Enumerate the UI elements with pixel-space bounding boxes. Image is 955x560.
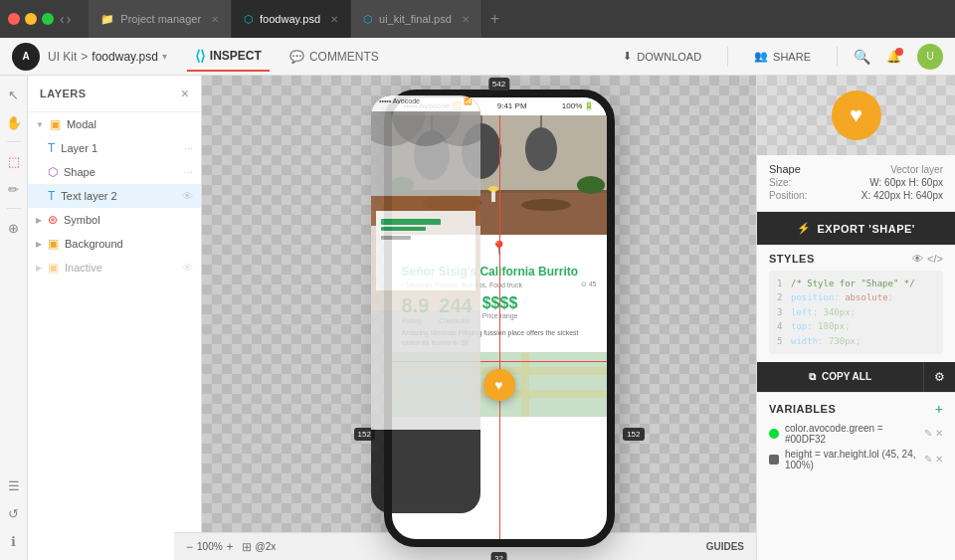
pen-tool[interactable]: ✏ bbox=[3, 178, 25, 200]
tab-close-icon[interactable]: ✕ bbox=[211, 14, 219, 25]
retina-selector[interactable]: ⊞ @2x bbox=[242, 540, 277, 554]
text-layer-icon: T bbox=[48, 189, 55, 203]
tab-close-icon[interactable]: ✕ bbox=[330, 14, 338, 25]
back-arrow[interactable]: ‹ bbox=[60, 11, 65, 27]
close-layers-button[interactable]: × bbox=[181, 86, 189, 101]
chevron-down-icon: ▼ bbox=[36, 120, 44, 129]
search-button[interactable]: 🔍 bbox=[854, 49, 870, 65]
folder-icon: ▣ bbox=[50, 117, 61, 131]
zoom-value: 100% bbox=[197, 541, 223, 552]
secondary-status-left: ••••• Avocode bbox=[379, 97, 420, 109]
layer-item-shape[interactable]: ⬡ Shape ··· bbox=[28, 160, 201, 184]
grid-icon: ⊞ bbox=[242, 540, 252, 554]
code-content: width: 730px; bbox=[791, 334, 860, 348]
tab-project-manager[interactable]: 📁 Project manager ✕ bbox=[89, 0, 232, 38]
inspect-icon: ⟨⟩ bbox=[195, 48, 205, 64]
forward-arrow[interactable]: › bbox=[67, 11, 72, 27]
select-tool[interactable]: ⬚ bbox=[3, 150, 25, 172]
layer-name: Shape bbox=[64, 166, 178, 178]
code-styles-button[interactable]: </> bbox=[927, 253, 943, 265]
psd-icon: ⬡ bbox=[244, 13, 254, 26]
inspect-tab-button[interactable]: ⟨⟩ INSPECT bbox=[187, 42, 270, 72]
zoom-in-button[interactable]: + bbox=[227, 540, 234, 554]
delete-variable-button[interactable]: ✕ bbox=[935, 454, 943, 465]
layers-title: LAYERS bbox=[40, 88, 87, 99]
styles-label: STYLES bbox=[769, 253, 815, 265]
tools-separator bbox=[7, 141, 21, 142]
info-tool[interactable]: ℹ bbox=[3, 530, 25, 552]
pointer-tool[interactable]: ↖ bbox=[3, 84, 25, 105]
title-bar: ‹ › 📁 Project manager ✕ ⬡ foodway.psd ✕ … bbox=[0, 0, 955, 38]
export-shape-button[interactable]: ⚡ EXPORT 'SHAPE' bbox=[757, 212, 955, 245]
shape-heart-preview: ♥ bbox=[832, 91, 881, 140]
add-tab-button[interactable]: + bbox=[482, 10, 507, 28]
traffic-lights[interactable] bbox=[8, 13, 54, 25]
layer-item-symbol[interactable]: ▶ ⊛ Symbol bbox=[28, 208, 201, 232]
layer-item-background[interactable]: ▶ ▣ Background bbox=[28, 232, 201, 256]
svg-point-22 bbox=[488, 186, 498, 192]
tools-separator-2 bbox=[7, 208, 21, 209]
breadcrumb-current: foodway.psd bbox=[92, 50, 158, 64]
code-line-2: 2 position: absolute; bbox=[777, 290, 935, 304]
hand-tool[interactable]: ✋ bbox=[3, 111, 25, 133]
layer-icon: T bbox=[48, 141, 55, 155]
shape-label: Shape bbox=[769, 163, 801, 175]
tab-label: foodway.psd bbox=[260, 13, 320, 25]
shape-icon: ⬡ bbox=[48, 165, 58, 179]
edit-variable-button[interactable]: ✎ bbox=[924, 454, 932, 465]
eye-styles-button[interactable]: 👁 bbox=[912, 253, 923, 265]
history-tool[interactable]: ↺ bbox=[3, 502, 25, 524]
layer-item-text-layer2[interactable]: T Text layer 2 👁 bbox=[28, 184, 201, 208]
price-label: Price range bbox=[482, 312, 518, 319]
variable-item-color: color.avocode.green = #00DF32 ✎ ✕ bbox=[769, 423, 943, 445]
inspect-tab-group: ⟨⟩ INSPECT 💬 COMMENTS bbox=[187, 42, 387, 72]
share-icon: 👥 bbox=[754, 50, 768, 63]
position-label: Position: bbox=[769, 190, 807, 201]
shape-type: Vector layer bbox=[890, 164, 943, 175]
favorite-button[interactable]: ♥ bbox=[483, 369, 515, 401]
zoom-out-button[interactable]: − bbox=[186, 540, 193, 554]
close-button[interactable] bbox=[8, 13, 20, 25]
edit-variable-button[interactable]: ✎ bbox=[924, 428, 932, 439]
tab-ui-kit-final[interactable]: ⬡ ui_kit_final.psd ✕ bbox=[351, 0, 482, 38]
measure-tool[interactable]: ⊕ bbox=[3, 217, 25, 239]
layer-name: Symbol bbox=[64, 214, 193, 226]
avatar[interactable]: U bbox=[917, 44, 943, 70]
layer-item-inactive[interactable]: ▶ ▣ Inactive 👁 bbox=[28, 256, 201, 280]
breadcrumb-root[interactable]: UI Kit bbox=[48, 50, 77, 64]
tab-foodway-psd[interactable]: ⬡ foodway.psd ✕ bbox=[232, 0, 351, 38]
properties-panel: ♥ Shape Vector layer Size: W: 60px H: 60… bbox=[756, 76, 955, 560]
layers-tool[interactable]: ☰ bbox=[3, 474, 25, 496]
guides-button[interactable]: GUIDES bbox=[706, 541, 744, 552]
settings-button[interactable]: ⚙ bbox=[923, 362, 955, 392]
layer-item-layer1[interactable]: T Layer 1 ··· bbox=[28, 136, 201, 160]
toolbar: A UI Kit > foodway.psd ▾ ⟨⟩ INSPECT 💬 CO… bbox=[0, 38, 955, 76]
comments-tab-button[interactable]: 💬 COMMENTS bbox=[282, 44, 387, 70]
eye-icon[interactable]: 👁 bbox=[182, 190, 193, 202]
copy-all-button[interactable]: ⧉ COPY ALL bbox=[757, 362, 923, 392]
toolbar-divider-2 bbox=[837, 47, 838, 67]
download-label: DOWNLOAD bbox=[637, 51, 701, 63]
download-button[interactable]: ⬇ DOWNLOAD bbox=[613, 46, 711, 67]
more-icon[interactable]: ··· bbox=[184, 166, 193, 178]
share-button[interactable]: 👥 SHARE bbox=[744, 46, 821, 67]
delete-variable-button[interactable]: ✕ bbox=[935, 428, 943, 439]
notifications-button[interactable]: 🔔 bbox=[886, 50, 901, 64]
variable-name: color.avocode.green = #00DF32 bbox=[785, 423, 918, 445]
svg-point-24 bbox=[577, 176, 605, 194]
more-icon[interactable]: ··· bbox=[184, 142, 193, 154]
tab-close-icon[interactable]: ✕ bbox=[462, 14, 470, 25]
chevron-right-icon: ▶ bbox=[36, 264, 42, 273]
time-text: 9:41 PM bbox=[497, 101, 527, 110]
chevron-right-icon: ▶ bbox=[36, 216, 42, 225]
code-content: position: absolute; bbox=[791, 290, 893, 304]
svg-rect-8 bbox=[381, 227, 426, 231]
minimize-button[interactable] bbox=[25, 13, 37, 25]
breadcrumb-dropdown-icon[interactable]: ▾ bbox=[162, 51, 167, 62]
copy-btn-row: ⧉ COPY ALL ⚙ bbox=[757, 362, 955, 392]
maximize-button[interactable] bbox=[42, 13, 54, 25]
layer-item-modal[interactable]: ▼ ▣ Modal bbox=[28, 112, 201, 136]
share-label: SHARE bbox=[773, 51, 811, 63]
eye-off-icon[interactable]: 👁 bbox=[182, 262, 193, 274]
add-variable-button[interactable]: + bbox=[935, 401, 943, 417]
